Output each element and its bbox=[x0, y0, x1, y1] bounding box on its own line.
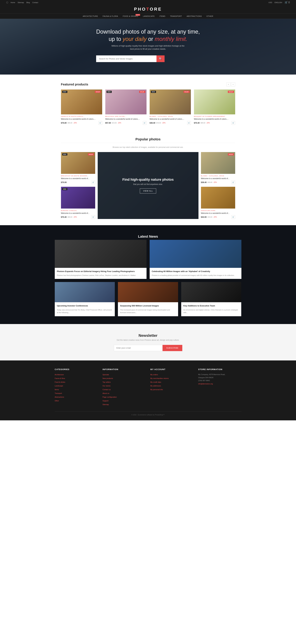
add-to-cart-button[interactable]: 🛒 bbox=[98, 121, 102, 125]
news-image bbox=[150, 240, 241, 268]
news-card: Key Additions to Executive Team An eComm… bbox=[181, 282, 241, 316]
list-item: About us bbox=[102, 392, 146, 394]
footer-link[interactable]: Abstractions bbox=[55, 396, 64, 398]
nav-transport[interactable]: Transport bbox=[170, 15, 182, 17]
footer-link[interactable]: My credit slips bbox=[150, 381, 161, 383]
badge-sale: SALE! bbox=[139, 91, 145, 93]
footer-link[interactable]: My personal info bbox=[150, 388, 163, 390]
footer-link[interactable]: New products bbox=[102, 378, 113, 379]
featured-next-button[interactable]: › bbox=[231, 82, 235, 86]
add-to-cart-button[interactable]: 🛒 bbox=[187, 121, 191, 125]
cart-icon[interactable]: 🛒 0 bbox=[285, 1, 290, 4]
price-old: $48.00 bbox=[156, 122, 161, 124]
topbar-home[interactable]: Home bbox=[10, 2, 15, 4]
product-image bbox=[201, 187, 235, 208]
price-old: $72.00 bbox=[112, 122, 117, 124]
topbar-contact[interactable]: Contact bbox=[32, 2, 38, 4]
product-image: SALE! bbox=[201, 152, 235, 174]
add-to-cart-button[interactable]: 🛒 bbox=[143, 121, 147, 125]
footer-link[interactable]: Landscape bbox=[55, 385, 63, 387]
footer-link[interactable]: Items bbox=[55, 388, 59, 390]
footer-information-list: Specials New products Top sellers Our st… bbox=[102, 373, 146, 406]
footer-link[interactable]: Other bbox=[55, 400, 59, 402]
footer-store-email[interactable]: info@demotore.org bbox=[198, 383, 213, 385]
nav-abstractions[interactable]: Abstractions bbox=[187, 15, 202, 17]
add-to-cart-button[interactable]: 🛒 bbox=[232, 215, 235, 219]
footer-link[interactable]: My addresses bbox=[150, 385, 161, 387]
add-to-cart-button[interactable]: 🛒 bbox=[232, 121, 235, 125]
footer-link[interactable]: Support bbox=[102, 400, 109, 402]
footer-link[interactable]: Page configuration bbox=[102, 396, 117, 398]
add-to-cart-button[interactable]: 🛒 bbox=[232, 180, 235, 184]
currency-selector[interactable]: USD bbox=[269, 2, 272, 4]
footer-link[interactable]: My orders bbox=[150, 374, 158, 376]
footer-categories-list: Architecture Fauna & flora Food & drinks… bbox=[55, 373, 98, 402]
nav-architecture[interactable]: Architecture bbox=[83, 15, 98, 17]
news-card-description: Today was announced that Tim Boby, Chief… bbox=[57, 308, 113, 314]
footer-link[interactable]: Contact us bbox=[102, 388, 111, 390]
product-image: SALE! bbox=[194, 90, 235, 114]
list-item: Abstractions bbox=[55, 396, 98, 398]
product-price-row: $70.40 $88.00 -20% 🛒 bbox=[61, 215, 95, 219]
price-old: $88.00 bbox=[67, 216, 72, 218]
product-price-row: $70.40 $88.00 -20% 🛒 bbox=[194, 121, 235, 125]
footer-link[interactable]: My merchandise returns bbox=[150, 378, 169, 379]
featured-prev-button[interactable]: ‹ bbox=[227, 82, 231, 86]
news-title: Latest News bbox=[55, 234, 241, 238]
language-selector[interactable]: ENGLISH bbox=[275, 2, 282, 4]
footer-link[interactable]: Top sellers bbox=[102, 381, 111, 383]
badge-sale: SALE! bbox=[95, 91, 101, 93]
add-to-cart-button[interactable]: 🛒 bbox=[91, 215, 95, 219]
footer-account-title: My account bbox=[150, 368, 194, 370]
footer-account: My account My orders My merchandise retu… bbox=[150, 368, 194, 407]
product-price-row: $38.40 $48.00 -20% 🛒 bbox=[150, 121, 191, 125]
footer-link[interactable]: Specials bbox=[102, 374, 109, 376]
news-section: Latest News Photore Expands Focus on Edi… bbox=[55, 234, 241, 316]
search-input[interactable] bbox=[96, 56, 156, 62]
footer-account-list: My orders My merchandise returns My cred… bbox=[150, 373, 194, 391]
site-logo[interactable]: PHOTORE bbox=[134, 7, 162, 12]
list-item: My merchandise returns bbox=[150, 377, 194, 380]
footer-link[interactable]: Our stores bbox=[102, 385, 110, 387]
newsletter-section: Newsletter Get the latest creative news … bbox=[0, 324, 296, 360]
search-button[interactable]: 🔍 bbox=[156, 56, 165, 62]
news-card-body: Celebrating 60 Million Images with an 'A… bbox=[150, 268, 241, 279]
footer-link[interactable]: Fauna & flora bbox=[55, 378, 65, 379]
nav-fauna-flora[interactable]: Fauna & Flora bbox=[103, 15, 118, 17]
list-item: Page configuration bbox=[102, 396, 146, 398]
news-card: Photore Expands Focus on Editorial Image… bbox=[55, 240, 147, 279]
view-all-button[interactable]: View all bbox=[140, 188, 156, 194]
news-card-body: Photore Expands Focus on Editorial Image… bbox=[55, 268, 147, 279]
nav-other[interactable]: Other bbox=[207, 15, 213, 17]
newsletter-subscribe-button[interactable]: Subscribe bbox=[163, 345, 182, 351]
product-name: Welcome to a wonderful world of... bbox=[61, 177, 95, 180]
site-header: PHOTORE bbox=[0, 5, 296, 14]
product-price: $76.80 $96.00 -20% bbox=[61, 122, 77, 124]
topbar-sitemap[interactable]: Sitemap bbox=[17, 2, 24, 4]
news-card-body: Key Additions to Executive Team An eComm… bbox=[181, 302, 241, 316]
topbar-blog[interactable]: Blog bbox=[26, 2, 30, 4]
news-card-description: Photore is a leading global provider of … bbox=[152, 274, 239, 277]
footer-link[interactable]: Sitemap bbox=[102, 404, 109, 406]
footer-link[interactable]: Transport bbox=[55, 392, 62, 394]
popular-center-title: Find high-quality nature photos bbox=[122, 178, 174, 182]
product-image: NEW bbox=[61, 187, 95, 208]
nav-food-drinks[interactable]: Food & Drinks NEW bbox=[123, 15, 138, 17]
newsletter-subtitle: Get the latest creative news from Photor… bbox=[6, 339, 290, 341]
add-to-cart-button[interactable]: 🛒 bbox=[91, 180, 95, 184]
footer-link[interactable]: Architecture bbox=[55, 374, 64, 376]
price-old: $88.00 bbox=[201, 122, 205, 124]
badge-new: NEW bbox=[107, 91, 112, 93]
newsletter-email-input[interactable] bbox=[114, 345, 163, 351]
list-item: Transport bbox=[55, 392, 98, 394]
nav-items[interactable]: Items bbox=[159, 15, 166, 17]
site-footer: Categories Architecture Fauna & flora Fo… bbox=[0, 360, 296, 420]
product-category: BURNING CANDLES bbox=[61, 210, 95, 211]
badge-sale: SALE! bbox=[228, 153, 234, 156]
footer-link[interactable]: About us bbox=[102, 392, 109, 394]
footer-information-title: Information bbox=[102, 368, 146, 370]
list-item: Top sellers bbox=[102, 380, 146, 383]
footer-link[interactable]: Food & drinks bbox=[55, 381, 65, 383]
nav-landscape[interactable]: Landscape bbox=[143, 15, 155, 17]
popular-card: NEW BURNING CANDLES Welcome to a wonderf… bbox=[61, 187, 95, 219]
